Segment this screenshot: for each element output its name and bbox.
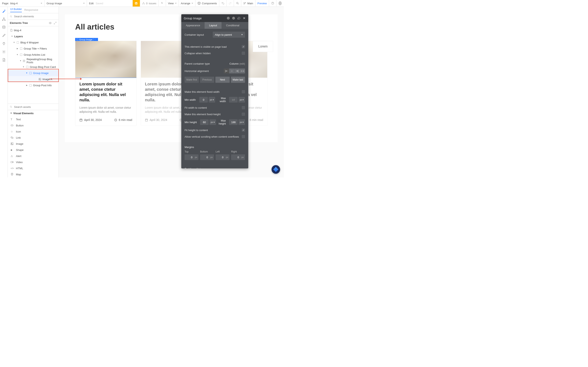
max-height-unit[interactable]: px▾ [238, 119, 245, 125]
tree-group-image[interactable]: ▼ Group Image [8, 70, 59, 76]
card-image[interactable] [75, 41, 136, 78]
tree-wrapper[interactable]: ▼ Blog 4 Wrapper [8, 39, 59, 45]
tab-conditional[interactable]: Conditional [222, 22, 244, 29]
tree-layers[interactable]: ▼ Layers [8, 33, 59, 39]
min-height-unit[interactable]: px▾ [209, 119, 216, 125]
data-tab[interactable] [2, 25, 6, 29]
overflow-checkbox[interactable] [242, 135, 245, 138]
eye-icon[interactable] [49, 22, 52, 25]
search-elements[interactable] [8, 13, 59, 20]
min-height-input[interactable] [200, 119, 209, 125]
logs-tab[interactable] [2, 58, 6, 62]
tree-page-root[interactable]: blog-4 [8, 27, 59, 33]
tree-image-a[interactable]: Image A [8, 76, 59, 82]
redo-button[interactable] [227, 0, 234, 7]
asset-shape[interactable]: ■Shape [8, 147, 59, 153]
max-width-input[interactable] [229, 97, 238, 103]
max-height-input[interactable] [229, 119, 238, 125]
close-icon[interactable] [242, 17, 246, 20]
tab-responsive[interactable]: Responsive [24, 8, 38, 11]
tree-card[interactable]: ▼ Group Blog Post Card [8, 64, 59, 70]
max-width-unit[interactable]: px▾ [238, 97, 245, 103]
page-selector[interactable]: Page: blog-4 [0, 0, 44, 7]
branch-selector[interactable]: Main [241, 0, 255, 7]
plugins-tab[interactable] [2, 42, 6, 45]
align-right[interactable]: ⇥| [234, 68, 240, 73]
inspector-title-bar[interactable]: Group Image [181, 14, 248, 22]
previous-button[interactable]: Previous [200, 77, 214, 83]
card-1[interactable]: Lorem ipsum dolor sit amet, conse ctetur… [75, 41, 137, 126]
info-icon[interactable] [232, 17, 235, 20]
align-center[interactable]: ↔ [229, 68, 234, 73]
align-stretch[interactable]: ⟷ [240, 68, 245, 73]
asset-button[interactable]: Button [8, 122, 59, 128]
tree-post-info[interactable]: ▶ Group Post Info [8, 82, 59, 88]
tree-repeating[interactable]: ▼ RepeatingGroup Blog Posts [8, 58, 59, 64]
tab-layout[interactable]: Layout [205, 22, 222, 29]
tree-title-filters[interactable]: ▶ Group Title + Filters [8, 45, 59, 52]
make-last-button[interactable]: Make last [231, 77, 245, 83]
fit-height-checkbox[interactable]: ✓ [242, 128, 245, 132]
fit-width-checkbox[interactable] [242, 106, 245, 109]
fixed-height-checkbox[interactable] [242, 113, 245, 116]
margin-bottom-input[interactable] [200, 154, 209, 160]
search-button[interactable] [234, 0, 241, 7]
make-first-button[interactable]: Make first [185, 77, 199, 83]
asset-alert[interactable]: ⚠Alert [8, 153, 59, 159]
container-layout-select[interactable]: Align to parent ▼ [213, 32, 245, 38]
margin-top-input[interactable] [185, 154, 194, 160]
asset-video[interactable]: Video [8, 159, 59, 165]
gift-button[interactable] [133, 0, 140, 7]
expand-icon[interactable] [54, 22, 57, 25]
chat-fab[interactable] [272, 165, 280, 174]
fixed-width-checkbox[interactable] [242, 90, 245, 93]
collapse-checkbox[interactable] [242, 52, 245, 55]
design-tab[interactable] [2, 9, 6, 13]
selection-menu-icon[interactable]: ⋯ [93, 38, 97, 41]
next-button[interactable]: Next [215, 77, 230, 83]
view-menu[interactable]: View [166, 0, 179, 7]
components-button[interactable]: Components [195, 0, 219, 7]
margin-right-input[interactable] [231, 154, 240, 160]
parent-type-edit[interactable]: (edit) [240, 62, 245, 65]
min-width-unit[interactable]: px▾ [209, 97, 215, 103]
asset-link[interactable]: Link [8, 134, 59, 141]
lorem-button[interactable]: Lorem [253, 41, 273, 52]
visual-elements-header[interactable]: ▼ Visual Elements [8, 110, 59, 116]
workflow-tab[interactable] [2, 17, 6, 21]
arrange-menu[interactable]: Arrange [179, 0, 195, 7]
element-selector[interactable]: Group Image [44, 0, 87, 7]
account-button[interactable] [277, 0, 284, 7]
help-button[interactable] [269, 0, 277, 7]
pointer-tool[interactable] [159, 0, 166, 7]
tree-articles-list[interactable]: ▼ Group Articles List [8, 52, 59, 58]
asset-html[interactable]: </>HTML [8, 165, 59, 171]
comment-icon[interactable] [237, 17, 241, 20]
search-assets-input[interactable] [14, 105, 57, 108]
selection-badge[interactable]: Group Image ⋯ [75, 38, 98, 41]
undo-button[interactable] [219, 0, 227, 7]
styles-tab[interactable] [2, 34, 6, 37]
asset-text[interactable]: TText [8, 116, 59, 122]
min-width-input[interactable] [199, 97, 208, 103]
play-icon[interactable] [227, 17, 230, 20]
asset-map[interactable]: Map [8, 171, 59, 177]
align-left[interactable]: |⇤ [224, 68, 229, 73]
search-assets[interactable] [8, 104, 59, 110]
preview-button[interactable]: Preview [255, 0, 269, 7]
help-icon [271, 1, 274, 5]
asset-image[interactable]: Image [8, 141, 59, 147]
tab-appearance[interactable]: Appearance [181, 22, 205, 29]
tab-ui-builder[interactable]: UI Builder [10, 8, 22, 12]
visible-checkbox[interactable]: ✓ [242, 45, 245, 48]
container-layout-label: Container layout [185, 33, 211, 36]
issues-indicator[interactable]: 0 issues [140, 0, 159, 7]
canvas[interactable]: All articles Group Image ⋯ Lorem ipsum d… [59, 7, 284, 177]
padding-style[interactable]: Style [196, 167, 202, 168]
select-value: Align to parent [215, 33, 232, 36]
asset-icon[interactable]: ☆Icon [8, 128, 59, 134]
inspector-panel[interactable]: Group Image Appearance Layout Conditiona… [181, 14, 248, 168]
settings-tab[interactable] [2, 50, 6, 54]
search-elements-input[interactable] [14, 15, 57, 18]
margin-left-input[interactable] [216, 154, 225, 160]
